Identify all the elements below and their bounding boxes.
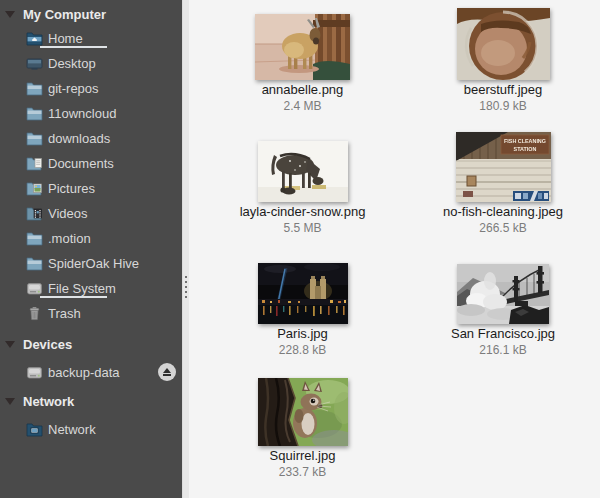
file-item-layla-cinder-snow[interactable]: layla-cinder-snow.png 5.5 MB — [195, 122, 410, 244]
documents-folder-icon — [26, 156, 43, 171]
annabelle-thumbnail — [255, 14, 350, 80]
splitter-grip-icon — [185, 276, 187, 298]
file-size: 228.8 kB — [279, 344, 326, 357]
sidebar-item-home[interactable]: Home — [0, 26, 182, 51]
sidebar-item-motion[interactable]: .motion — [0, 226, 182, 251]
sidebar-item-label: downloads — [48, 131, 110, 146]
file-size: 5.5 MB — [283, 222, 321, 235]
videos-folder-icon — [26, 206, 43, 221]
file-name: San Francisco.jpg — [451, 327, 555, 341]
sign-text-line1: FISH CLEANING — [504, 138, 546, 144]
san-francisco-thumbnail — [457, 264, 549, 324]
file-item-beerstuff[interactable]: beerstuff.jpeg 180.9 kB — [410, 0, 596, 122]
disk-usage-bar — [40, 296, 107, 298]
folder-icon — [26, 106, 43, 121]
file-size: 216.1 kB — [479, 344, 526, 357]
eject-button[interactable] — [158, 363, 176, 381]
sidebar-item-label: SpiderOak Hive — [48, 256, 139, 271]
folder-icon — [26, 81, 43, 96]
sidebar-item-label: git-repos — [48, 81, 99, 96]
sidebar-item-label: Documents — [48, 156, 114, 171]
no-fish-cleaning-thumbnail: FISH CLEANING STATION — [456, 132, 551, 202]
folder-icon — [26, 256, 43, 271]
file-item-squirrel[interactable]: Squirrel.jpg 233.7 kB — [195, 366, 410, 488]
sidebar-item-label: Network — [48, 422, 96, 437]
layla-cinder-snow-thumbnail — [258, 141, 348, 202]
section-label: My Computer — [23, 7, 106, 22]
sidebar-item-label: 11owncloud — [48, 106, 116, 121]
section-label: Devices — [23, 337, 72, 352]
sidebar-item-documents[interactable]: Documents — [0, 151, 182, 176]
file-name: no-fish-cleaning.jpeg — [443, 205, 563, 219]
sidebar-item-11owncloud[interactable]: 11owncloud — [0, 101, 182, 126]
squirrel-thumbnail — [258, 378, 348, 446]
file-manager-window: My Computer Home Desktop git — [0, 0, 600, 498]
desktop-icon — [26, 56, 43, 71]
sidebar-item-pictures[interactable]: Pictures — [0, 176, 182, 201]
sidebar-item-file-system[interactable]: File System — [0, 276, 182, 301]
file-name: beerstuff.jpeg — [464, 83, 543, 97]
file-size: 266.5 kB — [479, 222, 526, 235]
sidebar-item-desktop[interactable]: Desktop — [0, 51, 182, 76]
sidebar-item-label: Pictures — [48, 181, 95, 196]
sidebar-item-videos[interactable]: Videos — [0, 201, 182, 226]
sidebar-item-label: Desktop — [48, 56, 96, 71]
drive-icon — [26, 365, 43, 380]
file-size: 233.7 kB — [279, 466, 326, 479]
sidebar-item-git-repos[interactable]: git-repos — [0, 76, 182, 101]
sidebar-item-label: Home — [48, 31, 83, 46]
section-network[interactable]: Network — [0, 389, 182, 413]
file-name: Paris.jpg — [277, 327, 328, 341]
sidebar-item-backup-data[interactable]: backup-data — [0, 360, 182, 385]
section-label: Network — [23, 394, 74, 409]
sidebar-item-label: File System — [48, 281, 116, 296]
file-size: 180.9 kB — [479, 100, 526, 113]
file-item-no-fish-cleaning[interactable]: FISH CLEANING STATION — [410, 122, 596, 244]
section-my-computer[interactable]: My Computer — [0, 2, 182, 26]
expander-icon[interactable] — [5, 11, 15, 18]
file-item-annabelle[interactable]: annabelle.png 2.4 MB — [195, 0, 410, 122]
paris-thumbnail — [258, 263, 348, 324]
sidebar-item-spideroak-hive[interactable]: SpiderOak Hive — [0, 251, 182, 276]
file-name: layla-cinder-snow.png — [240, 205, 366, 219]
disk-usage-bar — [40, 46, 107, 48]
beerstuff-thumbnail — [457, 8, 550, 80]
file-name: Squirrel.jpg — [270, 449, 336, 463]
sidebar-item-label: .motion — [48, 231, 91, 246]
file-grid: annabelle.png 2.4 MB beerstuff.jpeg — [189, 0, 600, 498]
sidebar-item-trash[interactable]: Trash — [0, 301, 182, 326]
pane-splitter[interactable] — [182, 0, 189, 498]
network-icon — [26, 422, 43, 437]
pictures-folder-icon — [26, 181, 43, 196]
section-devices[interactable]: Devices — [0, 332, 182, 356]
eject-icon — [163, 368, 171, 373]
file-name: annabelle.png — [262, 83, 344, 97]
sidebar-item-label: backup-data — [48, 365, 120, 380]
home-folder-icon — [26, 31, 43, 46]
file-item-san-francisco[interactable]: San Francisco.jpg 216.1 kB — [410, 244, 596, 366]
file-item-paris[interactable]: Paris.jpg 228.8 kB — [195, 244, 410, 366]
sidebar-item-downloads[interactable]: downloads — [0, 126, 182, 151]
sidebar-item-label: Trash — [48, 306, 81, 321]
drive-icon — [26, 281, 43, 296]
folder-icon — [26, 131, 43, 146]
eject-icon-bar — [163, 374, 171, 376]
expander-icon[interactable] — [5, 341, 15, 348]
sidebar-item-network[interactable]: Network — [0, 417, 182, 442]
file-size: 2.4 MB — [283, 100, 321, 113]
sidebar-item-label: Videos — [48, 206, 88, 221]
expander-icon[interactable] — [5, 398, 15, 405]
folder-icon — [26, 231, 43, 246]
places-sidebar: My Computer Home Desktop git — [0, 0, 182, 498]
trash-icon — [26, 306, 43, 321]
sign-text-line2: STATION — [513, 146, 536, 152]
